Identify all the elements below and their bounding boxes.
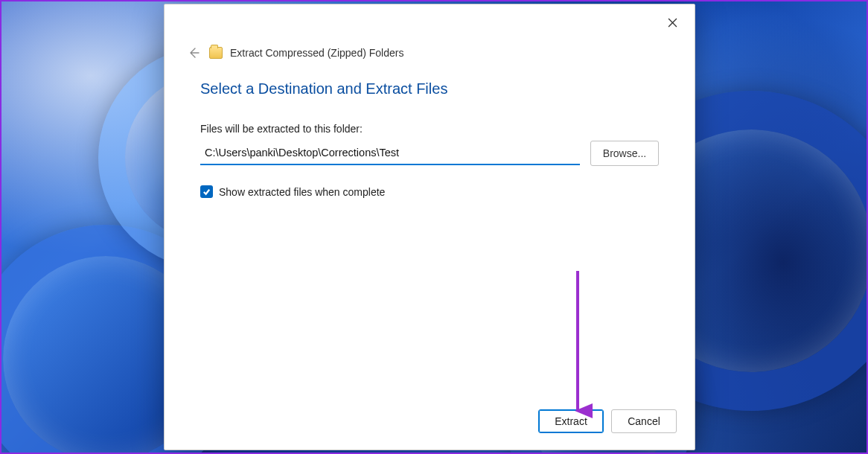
destination-label: Files will be extracted to this folder: bbox=[200, 123, 659, 135]
back-button[interactable] bbox=[185, 45, 202, 61]
destination-path-input[interactable] bbox=[200, 141, 580, 165]
dialog-title: Extract Compressed (Zipped) Folders bbox=[230, 47, 403, 59]
dialog-button-row: Extract Cancel bbox=[165, 409, 695, 450]
cancel-button[interactable]: Cancel bbox=[611, 409, 677, 433]
back-arrow-icon bbox=[188, 47, 200, 59]
dialog-header-row: Extract Compressed (Zipped) Folders bbox=[165, 4, 695, 61]
browse-button[interactable]: Browse... bbox=[590, 141, 659, 166]
extract-dialog: Extract Compressed (Zipped) Folders Sele… bbox=[164, 4, 695, 450]
zip-folder-icon bbox=[209, 47, 223, 59]
dialog-heading: Select a Destination and Extract Files bbox=[200, 80, 659, 97]
show-files-checkbox[interactable] bbox=[200, 185, 213, 198]
close-icon bbox=[668, 18, 677, 28]
show-files-checkbox-row[interactable]: Show extracted files when complete bbox=[200, 185, 659, 198]
extract-button[interactable]: Extract bbox=[538, 409, 604, 433]
close-button[interactable] bbox=[660, 12, 684, 33]
show-files-label: Show extracted files when complete bbox=[219, 186, 385, 198]
dialog-content: Select a Destination and Extract Files F… bbox=[165, 61, 695, 409]
checkmark-icon bbox=[202, 188, 211, 196]
